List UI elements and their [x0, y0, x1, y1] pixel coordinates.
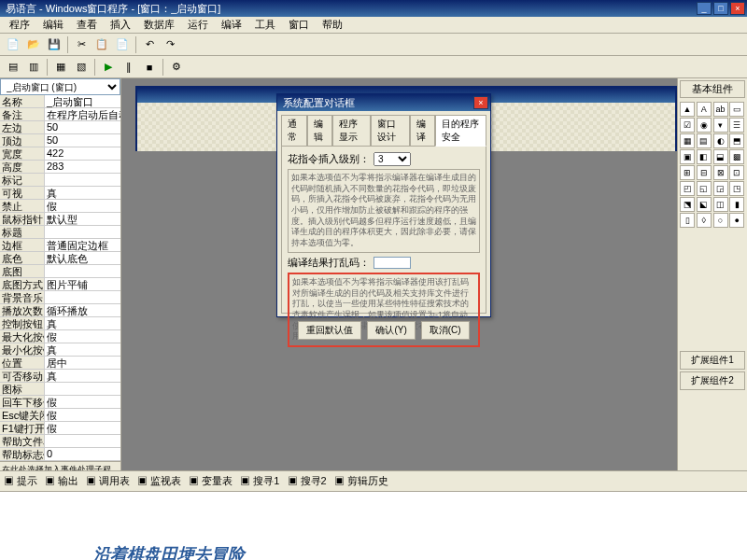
tool-icon[interactable]: ⬔: [680, 197, 695, 212]
prop-row[interactable]: 最大化按钮假: [0, 330, 120, 343]
menu-编辑[interactable]: 编辑: [37, 16, 69, 34]
tool-icon[interactable]: ◲: [713, 181, 728, 196]
close-button[interactable]: ×: [730, 2, 745, 15]
bottom-tab[interactable]: ▣ 搜寻2: [288, 474, 327, 488]
prop-row[interactable]: 帮助文件名: [0, 435, 120, 448]
prop-row[interactable]: 备注在程序启动后自动: [0, 108, 120, 121]
prop-row[interactable]: 位置居中: [0, 357, 120, 370]
tool-icon[interactable]: ⬒: [729, 133, 744, 148]
dialog-tab-2[interactable]: 程序显示: [332, 115, 371, 146]
save-icon[interactable]: 💾: [45, 35, 63, 54]
dialog-tab-4[interactable]: 编译: [410, 115, 436, 146]
copy-icon[interactable]: 📋: [92, 35, 111, 54]
bottom-tab[interactable]: ▣ 剪辑历史: [334, 474, 388, 488]
dialog-close-button[interactable]: ×: [473, 96, 488, 109]
prop-row[interactable]: 可视真: [0, 187, 120, 200]
prop-row[interactable]: Esc键关闭假: [0, 409, 120, 422]
prop-row[interactable]: 图标: [0, 383, 120, 396]
prop-row[interactable]: 控制按钮真: [0, 317, 120, 330]
menu-查看[interactable]: 查看: [71, 16, 103, 34]
tool-icon[interactable]: ◫: [713, 197, 728, 212]
level-select[interactable]: 3: [374, 152, 411, 166]
prop-row[interactable]: 标记: [0, 174, 120, 187]
scramble-input[interactable]: [374, 257, 411, 269]
tool-icon[interactable]: ⊠: [713, 165, 728, 180]
prop-row[interactable]: 底图方式图片平铺: [0, 278, 120, 291]
dialog-tab-0[interactable]: 通常: [281, 115, 307, 146]
tool-icon[interactable]: ▯: [680, 213, 695, 228]
prop-row[interactable]: 顶边50: [0, 134, 120, 147]
bottom-tab[interactable]: ▣ 输出: [45, 474, 78, 488]
prop-row[interactable]: 左边50: [0, 121, 120, 134]
prop-row[interactable]: 背景音乐: [0, 291, 120, 304]
prop-row[interactable]: 禁止假: [0, 200, 120, 213]
prop-row[interactable]: 鼠标指针默认型: [0, 213, 120, 226]
prop-row[interactable]: 帮助标志值0: [0, 448, 120, 461]
tool-icon[interactable]: ⊟: [697, 165, 712, 180]
pointer-icon[interactable]: ▲: [680, 102, 695, 117]
prop-row[interactable]: 播放次数循环播放: [0, 304, 120, 317]
menu-数据库[interactable]: 数据库: [138, 16, 180, 34]
tool-icon[interactable]: ◱: [697, 181, 712, 196]
tool-icon[interactable]: ⚙: [167, 58, 186, 77]
tool-icon[interactable]: ◊: [697, 213, 712, 228]
tool-icon[interactable]: ▩: [729, 149, 744, 164]
tool-icon[interactable]: ▣: [680, 149, 695, 164]
tool-icon[interactable]: ⬕: [697, 197, 712, 212]
run-icon[interactable]: ▶: [99, 58, 118, 77]
tool-icon[interactable]: ⬓: [713, 149, 728, 164]
menu-工具[interactable]: 工具: [249, 16, 281, 34]
tool-icon[interactable]: ⊞: [680, 165, 695, 180]
prop-row[interactable]: 回车下移焦点假: [0, 396, 120, 409]
prop-row[interactable]: 名称_启动窗口: [0, 95, 120, 108]
textbox-icon[interactable]: ab: [713, 102, 728, 117]
tool-icon[interactable]: ▥: [24, 58, 43, 77]
prop-row[interactable]: 底图: [0, 265, 120, 278]
label-icon[interactable]: A: [697, 102, 712, 117]
prop-row[interactable]: 底色默认底色: [0, 252, 120, 265]
tool-icon[interactable]: ◐: [713, 133, 728, 148]
tool-icon[interactable]: ◧: [697, 149, 712, 164]
open-icon[interactable]: 📂: [24, 35, 43, 54]
bottom-tab[interactable]: ▣ 搜寻1: [240, 474, 279, 488]
radio-icon[interactable]: ◉: [697, 118, 712, 133]
menu-窗口[interactable]: 窗口: [283, 16, 315, 34]
dialog-tab-5[interactable]: 目的程序安全: [435, 115, 486, 147]
prop-row[interactable]: F1键打开帮助假: [0, 422, 120, 435]
new-icon[interactable]: 📄: [4, 35, 22, 54]
prop-row[interactable]: 标题: [0, 226, 120, 239]
dialog-button[interactable]: 重回默认值: [298, 321, 361, 340]
bottom-tab[interactable]: ▣ 监视表: [137, 474, 181, 488]
bottom-tab[interactable]: ▣ 变量表: [189, 474, 233, 488]
menu-编译[interactable]: 编译: [216, 16, 247, 34]
tool-icon[interactable]: ▤: [4, 58, 22, 77]
tool-icon[interactable]: ▤: [697, 133, 712, 148]
dialog-button[interactable]: 确认(Y): [367, 321, 415, 340]
tool-icon[interactable]: ●: [729, 213, 744, 228]
dialog-button[interactable]: 取消(C): [421, 321, 470, 340]
minimize-button[interactable]: _: [697, 2, 712, 15]
object-combo[interactable]: _启动窗口 (窗口): [0, 78, 120, 95]
menu-程序[interactable]: 程序: [4, 16, 35, 34]
tool-icon[interactable]: ▧: [72, 58, 91, 77]
menu-运行[interactable]: 运行: [182, 16, 214, 34]
list-icon[interactable]: ☰: [729, 118, 744, 133]
prop-row[interactable]: 可否移动真: [0, 370, 120, 383]
tool-icon[interactable]: ◰: [680, 181, 695, 196]
prop-row[interactable]: 宽度422: [0, 147, 120, 161]
paste-icon[interactable]: 📄: [113, 35, 132, 54]
maximize-button[interactable]: □: [713, 2, 728, 15]
tool-icon[interactable]: ▦: [51, 58, 70, 77]
bottom-tab[interactable]: ▣ 调用表: [86, 474, 130, 488]
combo-icon[interactable]: ▾: [713, 118, 728, 133]
tool-icon[interactable]: ◳: [729, 181, 744, 196]
ext1-button[interactable]: 扩展组件1: [680, 351, 745, 370]
prop-row[interactable]: 高度283: [0, 161, 120, 174]
prop-row[interactable]: 边框普通固定边框: [0, 239, 120, 252]
tool-icon[interactable]: ○: [713, 213, 728, 228]
pause-icon[interactable]: ‖: [120, 58, 138, 77]
bottom-tab[interactable]: ▣ 提示: [4, 474, 37, 488]
undo-icon[interactable]: ↶: [140, 35, 159, 54]
menu-帮助[interactable]: 帮助: [317, 16, 348, 34]
dialog-tab-1[interactable]: 编辑: [307, 115, 333, 146]
